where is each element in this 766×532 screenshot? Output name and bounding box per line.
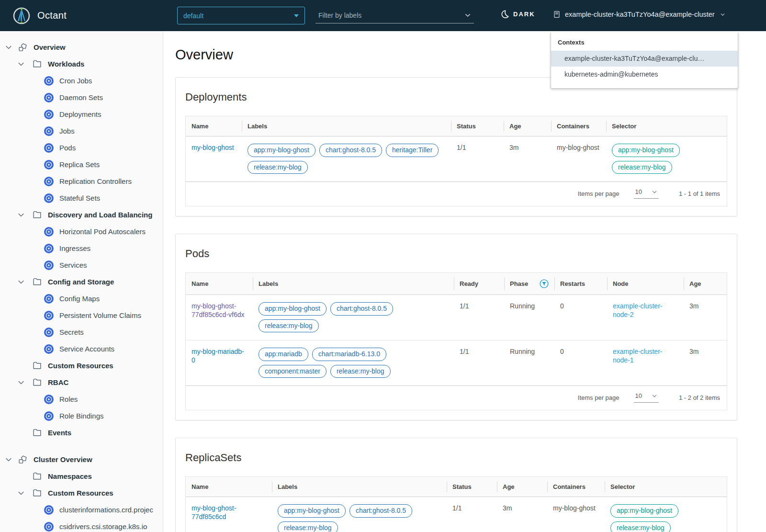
role-icon bbox=[44, 395, 54, 404]
sidebar-item-custom-resources[interactable]: Custom Resources bbox=[0, 357, 163, 374]
column-header-restarts: Restarts bbox=[554, 273, 607, 295]
sidebar-item-persistent-volume-claims[interactable]: Persistent Volume Claims bbox=[0, 307, 163, 324]
context-dropdown-title: Contexts bbox=[551, 33, 738, 51]
sidebar-item-rbac[interactable]: RBAC bbox=[0, 374, 163, 391]
sidebar-item-cron-jobs[interactable]: Cron Jobs bbox=[0, 72, 163, 89]
crd-icon bbox=[44, 505, 54, 515]
sidebar-item-namespaces[interactable]: Namespaces bbox=[0, 468, 163, 485]
table-row: my-blog-ghost-77df85c6cd-vf6dx app:my-bl… bbox=[186, 295, 727, 340]
chevron-down-icon[interactable] bbox=[464, 12, 471, 19]
column-header-name: Name bbox=[186, 477, 272, 497]
chevron-down-icon[interactable] bbox=[17, 489, 25, 497]
sidebar-item-pods[interactable]: Pods bbox=[0, 139, 163, 156]
label-pill: chart:ghost-8.0.5 bbox=[330, 302, 393, 316]
sidebar-item-workloads[interactable]: Workloads bbox=[0, 56, 163, 72]
configmap-icon bbox=[44, 294, 54, 304]
chevron-down-icon[interactable] bbox=[17, 379, 25, 386]
dark-theme-label: DARK bbox=[513, 11, 535, 18]
pod-name-link[interactable]: my-blog-mariadb-0 bbox=[192, 348, 244, 364]
pagination: Items per page 10 1 - 1 of 1 items bbox=[186, 181, 727, 206]
sidebar-item-clusterinformations[interactable]: clusterinformations.crd.projec bbox=[0, 501, 163, 518]
containers-cell: my-blog-ghost bbox=[547, 497, 605, 532]
label-pill: app:my-blog-ghost bbox=[248, 144, 315, 157]
column-header-labels: Labels bbox=[242, 116, 451, 136]
restarts-cell: 0 bbox=[554, 340, 607, 386]
namespace-select-value: default bbox=[183, 12, 203, 20]
table-header-row: Name Labels Status Age Containers Select… bbox=[186, 116, 727, 136]
folder-icon bbox=[33, 428, 42, 437]
sidebar-item-daemon-sets[interactable]: Daemon Sets bbox=[0, 89, 163, 106]
filter-funnel-icon[interactable] bbox=[540, 279, 549, 288]
secret-icon bbox=[44, 328, 54, 337]
hpa-icon bbox=[44, 227, 54, 237]
chevron-down-icon[interactable] bbox=[17, 211, 25, 219]
sidebar-item-deployments[interactable]: Deployments bbox=[0, 106, 163, 123]
sidebar-item-replication-controllers[interactable]: Replication Controllers bbox=[0, 173, 163, 190]
sidebar-item-service-accounts[interactable]: Service Accounts bbox=[0, 340, 163, 357]
context-menu-item[interactable]: example-cluster-ka3TuTzYo4a@example-clu… bbox=[551, 51, 738, 67]
label-pill: release:my-blog bbox=[259, 319, 319, 333]
sidebar-item-overview[interactable]: Overview bbox=[0, 39, 163, 56]
dark-theme-toggle[interactable]: DARK bbox=[501, 10, 535, 18]
pagination: Items per page 10 1 - 2 of 2 items bbox=[186, 385, 727, 410]
replicaset-name-link[interactable]: my-blog-ghost-77df85c6cd bbox=[192, 504, 236, 521]
label-filter-input[interactable] bbox=[315, 11, 464, 19]
table-row: my-blog-ghost app:my-blog-ghostchart:gho… bbox=[186, 136, 727, 182]
context-selector[interactable]: example-cluster-ka3TuTzYo4a@example-clus… bbox=[553, 11, 725, 18]
chevron-down-icon[interactable] bbox=[5, 456, 12, 464]
chevron-down-icon[interactable] bbox=[17, 278, 25, 286]
node-link[interactable]: example-cluster-node-1 bbox=[613, 348, 662, 364]
context-menu-item[interactable]: kubernetes-admin@kubernetes bbox=[551, 67, 738, 82]
replication-controller-icon bbox=[44, 177, 54, 186]
role-binding-icon bbox=[44, 411, 54, 421]
label-pill: chart:ghost-8.0.5 bbox=[319, 144, 382, 157]
sidebar-item-config-and-storage[interactable]: Config and Storage bbox=[0, 273, 163, 290]
table-header-row: Name Labels Ready Phase Restarts Node Ag… bbox=[186, 273, 727, 295]
status-cell: 1/1 bbox=[451, 136, 504, 182]
chevron-down-icon bbox=[720, 12, 725, 17]
label-pill: chart:mariadb-6.13.0 bbox=[312, 348, 386, 361]
column-header-status: Status bbox=[451, 116, 504, 136]
sidebar-item-roles[interactable]: Roles bbox=[0, 391, 163, 407]
age-cell: 3m bbox=[684, 340, 727, 386]
sidebar-item-cluster-custom-resources[interactable]: Custom Resources bbox=[0, 485, 163, 501]
items-per-page-select[interactable]: 10 bbox=[634, 188, 659, 199]
chevron-down-icon bbox=[294, 14, 299, 17]
ready-cell: 1/1 bbox=[454, 340, 504, 386]
label-pill: release:my-blog bbox=[248, 161, 308, 174]
sidebar-item-services[interactable]: Services bbox=[0, 257, 163, 273]
label-pill: chart:ghost-8.0.5 bbox=[349, 504, 412, 518]
sidebar-item-config-maps[interactable]: Config Maps bbox=[0, 290, 163, 307]
deployment-icon bbox=[44, 110, 54, 119]
sidebar-item-replica-sets[interactable]: Replica Sets bbox=[0, 156, 163, 173]
label-pill: component:master bbox=[259, 365, 327, 378]
node-link[interactable]: example-cluster-node-2 bbox=[613, 302, 662, 318]
deployments-table: Name Labels Status Age Containers Select… bbox=[186, 116, 727, 181]
phase-cell: Running bbox=[504, 295, 554, 340]
column-header-node: Node bbox=[607, 273, 684, 295]
sidebar-item-stateful-sets[interactable]: Stateful Sets bbox=[0, 190, 163, 206]
folder-icon bbox=[33, 488, 42, 498]
chevron-down-icon[interactable] bbox=[17, 60, 25, 68]
sidebar-item-discovery-load-balancing[interactable]: Discovery and Load Balancing bbox=[0, 206, 163, 223]
sidebar-item-role-bindings[interactable]: Role Bindings bbox=[0, 407, 163, 424]
sidebar-item-csidrivers[interactable]: csidrivers.csi.storage.k8s.io bbox=[0, 518, 163, 532]
namespace-select[interactable]: default bbox=[177, 7, 305, 24]
sidebar-item-ingresses[interactable]: Ingresses bbox=[0, 240, 163, 257]
deployment-name-link[interactable]: my-blog-ghost bbox=[192, 144, 234, 151]
sidebar-item-horizontal-pod-autoscalers[interactable]: Horizontal Pod Autoscalers bbox=[0, 223, 163, 240]
sidebar-item-jobs[interactable]: Jobs bbox=[0, 123, 163, 139]
label-filter bbox=[315, 8, 474, 23]
pod-name-link[interactable]: my-blog-ghost-77df85c6cd-vf6dx bbox=[192, 302, 245, 318]
pods-table: Name Labels Ready Phase Restarts Node Ag… bbox=[186, 273, 727, 385]
label-pill: app:my-blog-ghost bbox=[278, 504, 346, 518]
sidebar-item-events[interactable]: Events bbox=[0, 424, 163, 441]
column-header-ready: Ready bbox=[454, 273, 504, 295]
chevron-down-icon[interactable] bbox=[5, 44, 12, 51]
items-per-page-label: Items per page bbox=[578, 394, 620, 401]
containers-cell: my-blog-ghost bbox=[551, 136, 606, 182]
sidebar-item-secrets[interactable]: Secrets bbox=[0, 324, 163, 340]
items-per-page-select[interactable]: 10 bbox=[634, 392, 659, 403]
sidebar-item-cluster-overview[interactable]: Cluster Overview bbox=[0, 451, 163, 468]
context-dropdown: Contexts example-cluster-ka3TuTzYo4a@exa… bbox=[551, 33, 738, 89]
